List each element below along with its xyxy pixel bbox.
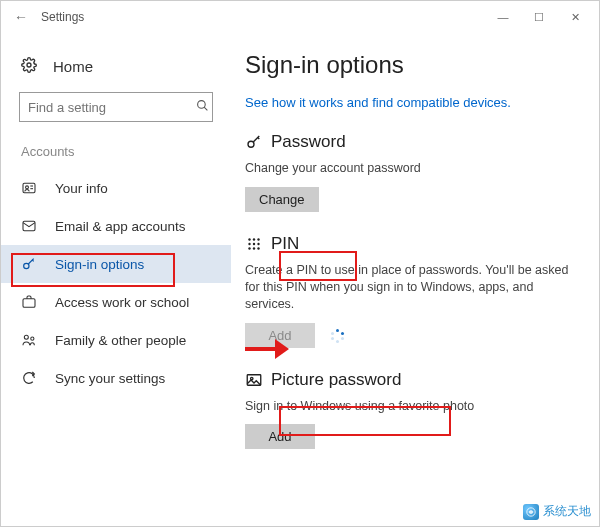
svg-point-19: [248, 247, 250, 249]
password-heading-text: Password: [271, 132, 346, 152]
search-input[interactable]: [28, 100, 196, 115]
search-box[interactable]: [19, 92, 213, 122]
picture-password-section: Picture password Sign in to Windows usin…: [245, 370, 581, 450]
watermark-text: 系统天地: [543, 503, 591, 520]
svg-point-11: [31, 337, 34, 340]
back-button[interactable]: ←: [7, 3, 35, 31]
picture-password-heading: Picture password: [245, 370, 581, 390]
svg-point-15: [257, 238, 259, 240]
window-controls: — ☐ ✕: [485, 3, 593, 31]
person-icon: [21, 180, 43, 196]
svg-point-17: [253, 243, 255, 245]
sidebar-item-your-info[interactable]: Your info: [1, 169, 231, 207]
pin-desc: Create a PIN to use in place of password…: [245, 262, 581, 313]
page-title: Sign-in options: [245, 51, 581, 79]
sidebar-item-email-accounts[interactable]: Email & app accounts: [1, 207, 231, 245]
home-nav[interactable]: Home: [1, 51, 231, 92]
svg-point-12: [248, 141, 254, 147]
sidebar-item-label: Email & app accounts: [55, 219, 186, 234]
svg-point-20: [253, 247, 255, 249]
sidebar-item-label: Family & other people: [55, 333, 186, 348]
minimize-button[interactable]: —: [485, 3, 521, 31]
sidebar-item-label: Sync your settings: [55, 371, 165, 386]
sidebar-item-access-work-school[interactable]: Access work or school: [1, 283, 231, 321]
svg-point-21: [257, 247, 259, 249]
pin-heading: PIN: [245, 234, 581, 254]
gear-icon: [21, 57, 39, 76]
svg-rect-9: [23, 299, 35, 308]
svg-point-0: [27, 63, 31, 67]
sidebar: Home Accounts Your info Email & app acco…: [1, 33, 231, 526]
sidebar-item-family-people[interactable]: Family & other people: [1, 321, 231, 359]
briefcase-icon: [21, 294, 43, 310]
sidebar-item-label: Your info: [55, 181, 108, 196]
image-icon: [245, 371, 271, 389]
sync-icon: [21, 370, 43, 386]
app-title: Settings: [41, 10, 84, 24]
pin-keypad-icon: [245, 235, 271, 253]
add-pin-button[interactable]: Add: [245, 323, 315, 348]
svg-point-1: [198, 101, 206, 109]
svg-point-8: [24, 263, 29, 268]
password-desc: Change your account password: [245, 160, 581, 177]
key-icon: [21, 256, 43, 272]
mail-icon: [21, 218, 43, 234]
sidebar-item-label: Sign-in options: [55, 257, 144, 272]
svg-point-14: [253, 238, 255, 240]
change-password-button[interactable]: Change: [245, 187, 319, 212]
key-icon: [245, 133, 271, 151]
sidebar-item-label: Access work or school: [55, 295, 189, 310]
svg-rect-7: [23, 221, 35, 230]
main-pane: Sign-in options See how it works and fin…: [231, 33, 599, 526]
watermark-logo-icon: [523, 504, 539, 520]
loading-spinner-icon: [331, 329, 345, 343]
accounts-section-header: Accounts: [1, 138, 231, 169]
pin-section: PIN Create a PIN to use in place of pass…: [245, 234, 581, 348]
svg-point-4: [26, 186, 29, 189]
watermark: 系统天地: [523, 503, 591, 520]
picture-password-heading-text: Picture password: [271, 370, 401, 390]
close-button[interactable]: ✕: [557, 3, 593, 31]
svg-line-2: [204, 107, 207, 110]
svg-point-16: [248, 243, 250, 245]
svg-point-18: [257, 243, 259, 245]
sidebar-item-sync-settings[interactable]: Sync your settings: [1, 359, 231, 397]
family-icon: [21, 332, 43, 348]
maximize-button[interactable]: ☐: [521, 3, 557, 31]
search-icon: [196, 99, 209, 115]
svg-point-10: [24, 335, 28, 339]
password-heading: Password: [245, 132, 581, 152]
home-label: Home: [53, 58, 93, 75]
picture-password-desc: Sign in to Windows using a favorite phot…: [245, 398, 581, 415]
password-section: Password Change your account password Ch…: [245, 132, 581, 212]
add-picture-password-button[interactable]: Add: [245, 424, 315, 449]
sidebar-item-sign-in-options[interactable]: Sign-in options: [1, 245, 231, 283]
compatible-devices-link[interactable]: See how it works and find compatible dev…: [245, 95, 511, 110]
pin-heading-text: PIN: [271, 234, 299, 254]
title-bar: ← Settings — ☐ ✕: [1, 1, 599, 33]
svg-point-13: [248, 238, 250, 240]
